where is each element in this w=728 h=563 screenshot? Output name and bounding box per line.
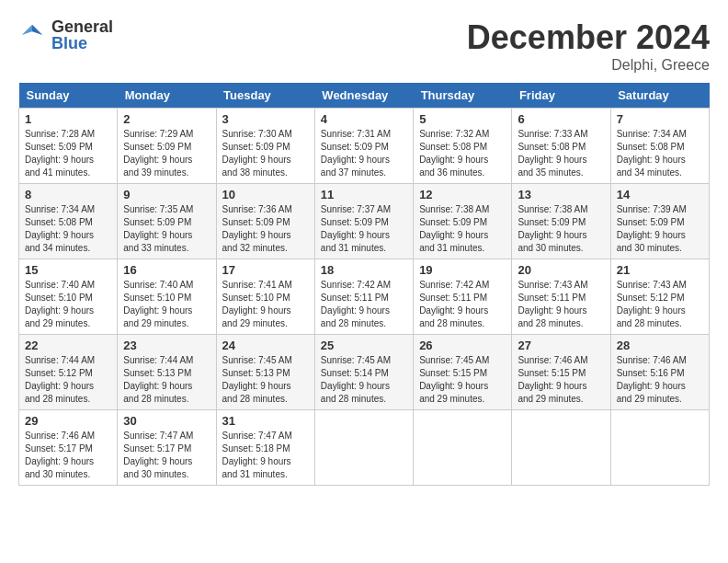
logo-icon bbox=[18, 21, 46, 49]
table-row: 29 Sunrise: 7:46 AMSunset: 5:17 PMDaylig… bbox=[19, 410, 118, 486]
table-row: 26 Sunrise: 7:45 AMSunset: 5:15 PMDaylig… bbox=[414, 335, 512, 410]
day-info: Sunrise: 7:35 AMSunset: 5:09 PMDaylight:… bbox=[123, 204, 193, 253]
day-info: Sunrise: 7:28 AMSunset: 5:09 PMDaylight:… bbox=[25, 129, 95, 178]
day-info: Sunrise: 7:38 AMSunset: 5:09 PMDaylight:… bbox=[518, 204, 587, 253]
day-info: Sunrise: 7:31 AMSunset: 5:09 PMDaylight:… bbox=[321, 129, 391, 178]
title-block: December 2024 Delphi, Greece bbox=[467, 18, 710, 74]
day-info: Sunrise: 7:36 AMSunset: 5:09 PMDaylight:… bbox=[222, 204, 292, 253]
day-number: 7 bbox=[617, 112, 703, 126]
table-row: 12 Sunrise: 7:38 AMSunset: 5:09 PMDaylig… bbox=[414, 184, 512, 259]
day-number: 30 bbox=[123, 414, 210, 428]
table-row: 5 Sunrise: 7:32 AMSunset: 5:08 PMDayligh… bbox=[414, 109, 512, 184]
day-info: Sunrise: 7:47 AMSunset: 5:18 PMDaylight:… bbox=[222, 431, 292, 479]
table-row: 3 Sunrise: 7:30 AMSunset: 5:09 PMDayligh… bbox=[216, 109, 314, 184]
table-row: 30 Sunrise: 7:47 AMSunset: 5:17 PMDaylig… bbox=[118, 410, 216, 486]
day-info: Sunrise: 7:42 AMSunset: 5:11 PMDaylight:… bbox=[419, 280, 489, 328]
col-sunday: Sunday bbox=[19, 83, 118, 109]
day-info: Sunrise: 7:44 AMSunset: 5:13 PMDaylight:… bbox=[123, 355, 193, 404]
svg-marker-1 bbox=[22, 25, 32, 35]
table-row: 21 Sunrise: 7:43 AMSunset: 5:12 PMDaylig… bbox=[610, 259, 709, 335]
table-row bbox=[610, 410, 709, 486]
day-number: 6 bbox=[518, 112, 604, 126]
day-info: Sunrise: 7:44 AMSunset: 5:12 PMDaylight:… bbox=[25, 355, 95, 404]
day-number: 19 bbox=[419, 263, 506, 277]
day-info: Sunrise: 7:34 AMSunset: 5:08 PMDaylight:… bbox=[25, 204, 95, 253]
day-number: 1 bbox=[25, 112, 111, 126]
col-thursday: Thursday bbox=[414, 83, 512, 109]
table-row: 15 Sunrise: 7:40 AMSunset: 5:10 PMDaylig… bbox=[19, 259, 118, 335]
day-info: Sunrise: 7:29 AMSunset: 5:09 PMDaylight:… bbox=[123, 129, 193, 178]
table-row: 11 Sunrise: 7:37 AMSunset: 5:09 PMDaylig… bbox=[314, 184, 413, 259]
col-wednesday: Wednesday bbox=[314, 83, 413, 109]
day-number: 28 bbox=[617, 339, 703, 352]
table-row: 7 Sunrise: 7:34 AMSunset: 5:08 PMDayligh… bbox=[610, 109, 709, 184]
day-number: 24 bbox=[222, 339, 309, 352]
day-number: 16 bbox=[123, 263, 210, 277]
day-info: Sunrise: 7:47 AMSunset: 5:17 PMDaylight:… bbox=[123, 431, 193, 479]
table-row: 17 Sunrise: 7:41 AMSunset: 5:10 PMDaylig… bbox=[216, 259, 314, 335]
table-row: 27 Sunrise: 7:46 AMSunset: 5:15 PMDaylig… bbox=[512, 335, 610, 410]
svg-marker-0 bbox=[32, 25, 42, 35]
day-info: Sunrise: 7:38 AMSunset: 5:09 PMDaylight:… bbox=[419, 204, 489, 253]
col-saturday: Saturday bbox=[610, 83, 709, 109]
table-row: 9 Sunrise: 7:35 AMSunset: 5:09 PMDayligh… bbox=[118, 184, 216, 259]
logo-blue-text: Blue bbox=[51, 35, 113, 52]
table-row: 1 Sunrise: 7:28 AMSunset: 5:09 PMDayligh… bbox=[19, 109, 118, 184]
day-number: 15 bbox=[25, 263, 111, 277]
day-number: 14 bbox=[617, 188, 703, 201]
day-number: 26 bbox=[419, 339, 506, 352]
page-header: General Blue December 2024 Delphi, Greec… bbox=[18, 18, 710, 74]
table-row: 19 Sunrise: 7:42 AMSunset: 5:11 PMDaylig… bbox=[414, 259, 512, 335]
table-row: 10 Sunrise: 7:36 AMSunset: 5:09 PMDaylig… bbox=[216, 184, 314, 259]
location: Delphi, Greece bbox=[467, 57, 710, 74]
table-row bbox=[314, 410, 413, 486]
day-number: 10 bbox=[222, 188, 309, 201]
col-monday: Monday bbox=[118, 83, 216, 109]
day-number: 18 bbox=[321, 263, 407, 277]
day-number: 5 bbox=[419, 112, 506, 126]
table-row: 20 Sunrise: 7:43 AMSunset: 5:11 PMDaylig… bbox=[512, 259, 610, 335]
day-info: Sunrise: 7:45 AMSunset: 5:14 PMDaylight:… bbox=[321, 355, 391, 404]
day-number: 11 bbox=[321, 188, 407, 201]
day-info: Sunrise: 7:43 AMSunset: 5:11 PMDaylight:… bbox=[518, 280, 587, 328]
table-row: 25 Sunrise: 7:45 AMSunset: 5:14 PMDaylig… bbox=[314, 335, 413, 410]
table-row: 28 Sunrise: 7:46 AMSunset: 5:16 PMDaylig… bbox=[610, 335, 709, 410]
day-info: Sunrise: 7:40 AMSunset: 5:10 PMDaylight:… bbox=[123, 280, 193, 328]
month-title: December 2024 bbox=[467, 18, 710, 57]
day-info: Sunrise: 7:46 AMSunset: 5:16 PMDaylight:… bbox=[617, 355, 687, 404]
logo-general-text: General bbox=[51, 18, 113, 35]
table-row bbox=[414, 410, 512, 486]
day-number: 20 bbox=[518, 263, 604, 277]
day-info: Sunrise: 7:34 AMSunset: 5:08 PMDaylight:… bbox=[617, 129, 687, 178]
table-row: 18 Sunrise: 7:42 AMSunset: 5:11 PMDaylig… bbox=[314, 259, 413, 335]
day-number: 2 bbox=[123, 112, 210, 126]
day-number: 13 bbox=[518, 188, 604, 201]
day-number: 22 bbox=[25, 339, 111, 352]
day-info: Sunrise: 7:45 AMSunset: 5:13 PMDaylight:… bbox=[222, 355, 292, 404]
calendar-table: Sunday Monday Tuesday Wednesday Thursday… bbox=[18, 83, 710, 486]
day-number: 25 bbox=[321, 339, 407, 352]
table-row: 14 Sunrise: 7:39 AMSunset: 5:09 PMDaylig… bbox=[610, 184, 709, 259]
table-row: 4 Sunrise: 7:31 AMSunset: 5:09 PMDayligh… bbox=[314, 109, 413, 184]
col-friday: Friday bbox=[512, 83, 610, 109]
table-row: 23 Sunrise: 7:44 AMSunset: 5:13 PMDaylig… bbox=[118, 335, 216, 410]
day-number: 12 bbox=[419, 188, 506, 201]
day-number: 21 bbox=[617, 263, 703, 277]
day-info: Sunrise: 7:43 AMSunset: 5:12 PMDaylight:… bbox=[617, 280, 687, 328]
day-info: Sunrise: 7:33 AMSunset: 5:08 PMDaylight:… bbox=[518, 129, 587, 178]
column-header-row: Sunday Monday Tuesday Wednesday Thursday… bbox=[19, 83, 710, 109]
table-row: 16 Sunrise: 7:40 AMSunset: 5:10 PMDaylig… bbox=[118, 259, 216, 335]
day-info: Sunrise: 7:42 AMSunset: 5:11 PMDaylight:… bbox=[321, 280, 391, 328]
day-info: Sunrise: 7:39 AMSunset: 5:09 PMDaylight:… bbox=[617, 204, 687, 253]
day-number: 23 bbox=[123, 339, 210, 352]
day-number: 9 bbox=[123, 188, 210, 201]
day-info: Sunrise: 7:46 AMSunset: 5:15 PMDaylight:… bbox=[518, 355, 587, 404]
table-row: 2 Sunrise: 7:29 AMSunset: 5:09 PMDayligh… bbox=[118, 109, 216, 184]
day-info: Sunrise: 7:40 AMSunset: 5:10 PMDaylight:… bbox=[25, 280, 95, 328]
table-row: 13 Sunrise: 7:38 AMSunset: 5:09 PMDaylig… bbox=[512, 184, 610, 259]
day-number: 29 bbox=[25, 414, 111, 428]
logo: General Blue bbox=[18, 18, 113, 52]
logo-text: General Blue bbox=[51, 18, 113, 52]
table-row: 6 Sunrise: 7:33 AMSunset: 5:08 PMDayligh… bbox=[512, 109, 610, 184]
day-number: 3 bbox=[222, 112, 309, 126]
